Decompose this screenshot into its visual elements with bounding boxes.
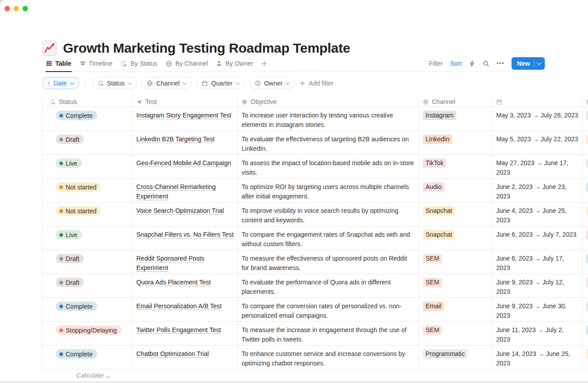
channel-tag[interactable]: TikTok <box>423 158 446 168</box>
objective-cell[interactable]: To evaluate the performance of Quora ads… <box>238 274 419 297</box>
table-row[interactable]: Complete Instagram Story Engagement Test… <box>42 107 588 131</box>
status-cell[interactable]: Draft <box>42 274 133 297</box>
date-cell[interactable]: June 4, 2023 → June 25, 2023 <box>493 203 583 226</box>
table-row[interactable]: Not started Cross-Channel Remarketing Ex… <box>42 179 588 203</box>
table-row[interactable]: Live Geo-Fenced Mobile Ad Campaign To as… <box>42 155 588 179</box>
add-view-button[interactable] <box>257 55 271 72</box>
more-options-ellipsis-icon[interactable]: ••• <box>497 60 504 67</box>
test-cell[interactable]: Voice Search Optimization Trial <box>133 203 238 226</box>
objective-cell[interactable]: To improve visibility in voice search re… <box>238 203 419 226</box>
channel-tag[interactable]: Instagram <box>423 111 456 120</box>
test-cell[interactable]: Instagram Story Engagement Test <box>133 107 238 131</box>
status-cell[interactable]: Complete <box>42 107 133 131</box>
partial-cell[interactable] <box>583 131 588 154</box>
channel-cell[interactable]: Programmatic <box>419 346 493 369</box>
channel-cell[interactable]: Audio <box>419 179 493 202</box>
channel-tag[interactable]: Snapchat <box>423 206 455 216</box>
test-title-link[interactable]: Snapchat Filters vs. No Filters Test <box>136 231 233 238</box>
status-badge[interactable]: Complete <box>56 349 97 359</box>
column-header-test[interactable]: Test <box>133 93 238 107</box>
status-badge[interactable]: Live <box>56 230 82 239</box>
table-row[interactable]: Draft Quora Ads Placement Test To evalua… <box>42 274 588 298</box>
status-badge[interactable]: Draft <box>56 254 84 263</box>
test-cell[interactable]: Quora Ads Placement Test <box>133 274 238 297</box>
status-cell[interactable]: Live <box>42 155 133 178</box>
table-row[interactable]: Live Snapchat Filters vs. No Filters Tes… <box>42 226 588 250</box>
channel-tag[interactable]: SEM <box>423 254 442 263</box>
channel-tag[interactable]: LinkedIn <box>423 135 452 144</box>
tab-table[interactable]: Table <box>42 55 76 72</box>
table-row[interactable]: Not started Voice Search Optimization Tr… <box>42 203 588 226</box>
status-badge[interactable]: Complete <box>56 111 97 120</box>
partial-cell[interactable] <box>583 179 588 202</box>
close-window-button[interactable] <box>4 6 10 11</box>
status-badge[interactable]: Draft <box>56 135 84 144</box>
add-filter-button[interactable]: Add filter <box>299 80 333 87</box>
test-cell[interactable]: LinkedIn B2B Targeting Test <box>133 131 238 154</box>
table-row[interactable]: Stopping/Delaying Twitter Polls Engageme… <box>42 322 588 346</box>
partial-cell[interactable] <box>583 274 588 297</box>
status-cell[interactable]: Complete <box>42 346 133 369</box>
test-title-link[interactable]: Cross-Channel Remarketing Experiment <box>136 183 216 200</box>
partial-cell[interactable] <box>583 155 588 178</box>
filter-button[interactable]: Filter <box>429 60 443 67</box>
test-title-link[interactable]: Twitter Polls Engagement Test <box>136 326 221 333</box>
channel-cell[interactable]: SEM <box>419 250 493 274</box>
column-header-date[interactable] <box>493 93 583 107</box>
channel-cell[interactable]: SEM <box>419 274 493 297</box>
test-cell[interactable]: Chatbot Optimization Trial <box>133 346 238 369</box>
channel-tag[interactable]: SEM <box>423 325 442 335</box>
date-cell[interactable]: June 9, 2023 → July 12, 2023 <box>493 274 583 297</box>
date-cell[interactable]: June 11, 2023 → July 2, 2023 <box>493 322 583 345</box>
status-badge[interactable]: Live <box>56 158 82 168</box>
test-title-link[interactable]: Email Personalization A/B Test <box>136 302 222 310</box>
calculate-button[interactable]: Calculate <box>76 372 109 379</box>
channel-tag[interactable]: Programmatic <box>423 349 467 359</box>
status-cell[interactable]: Complete <box>42 298 133 321</box>
test-title-link[interactable]: LinkedIn B2B Targeting Test <box>136 135 215 143</box>
test-cell[interactable]: Reddit Sponsored Posts Experiment <box>133 250 238 274</box>
objective-cell[interactable]: To optimize ROI by targeting users acros… <box>238 179 419 202</box>
column-header-objective[interactable]: Objective <box>238 93 419 107</box>
date-cell[interactable]: June 6, 2023 → July 7, 2023 <box>493 226 583 250</box>
test-title-link[interactable]: Geo-Fenced Mobile Ad Campaign <box>136 159 231 167</box>
test-title-link[interactable]: Voice Search Optimization Trial <box>136 207 224 214</box>
sort-chip-date[interactable]: ↑ Date <box>42 77 79 89</box>
tab-by-status[interactable]: By Status <box>117 55 162 72</box>
search-icon[interactable] <box>483 60 489 67</box>
status-badge[interactable]: Not started <box>56 182 101 192</box>
status-cell[interactable]: Draft <box>42 250 133 274</box>
status-cell[interactable]: Stopping/Delaying <box>42 322 133 345</box>
status-badge[interactable]: Complete <box>56 302 97 311</box>
sort-button[interactable]: Sort <box>450 60 462 67</box>
tab-by-owner[interactable]: By Owner <box>212 55 257 72</box>
date-cell[interactable]: May 3, 2023 → July 28, 2023 <box>493 107 583 131</box>
status-cell[interactable]: Not started <box>42 203 133 226</box>
column-header-channel[interactable]: Channel <box>419 93 493 107</box>
new-button[interactable]: New <box>512 57 545 70</box>
test-cell[interactable]: Snapchat Filters vs. No Filters Test <box>133 226 238 250</box>
objective-cell[interactable]: To compare the engagement rates of Snapc… <box>238 226 419 250</box>
filter-chip-channel[interactable]: Channel <box>141 77 192 89</box>
date-cell[interactable]: May 5, 2023 → July 22, 2023 <box>493 131 583 154</box>
test-cell[interactable]: Cross-Channel Remarketing Experiment <box>133 179 238 202</box>
channel-cell[interactable]: Snapchat <box>419 226 493 250</box>
date-cell[interactable]: May 27, 2023 → June 17, 2023 <box>493 155 583 178</box>
table-row[interactable]: Complete Email Personalization A/B Test … <box>42 298 588 322</box>
partial-cell[interactable] <box>583 346 588 369</box>
objective-cell[interactable]: To measure the effectiveness of sponsore… <box>238 250 419 274</box>
tab-by-channel[interactable]: By Channel <box>162 55 212 72</box>
chevron-down-icon[interactable] <box>534 63 545 64</box>
channel-tag[interactable]: SEM <box>423 278 442 287</box>
date-cell[interactable]: June 9, 2023 → June 30, 2023 <box>493 298 583 321</box>
filter-chip-owner[interactable]: Owner <box>249 77 295 89</box>
automations-lightning-icon[interactable] <box>469 60 476 67</box>
channel-tag[interactable]: Audio <box>423 182 444 192</box>
channel-cell[interactable]: Instagram <box>419 107 493 131</box>
test-title-link[interactable]: Reddit Sponsored Posts Experiment <box>136 255 204 271</box>
chart-increasing-emoji-icon[interactable] <box>42 41 57 56</box>
objective-cell[interactable]: To evaluate the effectiveness of targeti… <box>238 131 419 154</box>
status-badge[interactable]: Stopping/Delaying <box>56 325 121 335</box>
channel-cell[interactable]: Snapchat <box>419 203 493 226</box>
partial-cell[interactable] <box>583 322 588 345</box>
